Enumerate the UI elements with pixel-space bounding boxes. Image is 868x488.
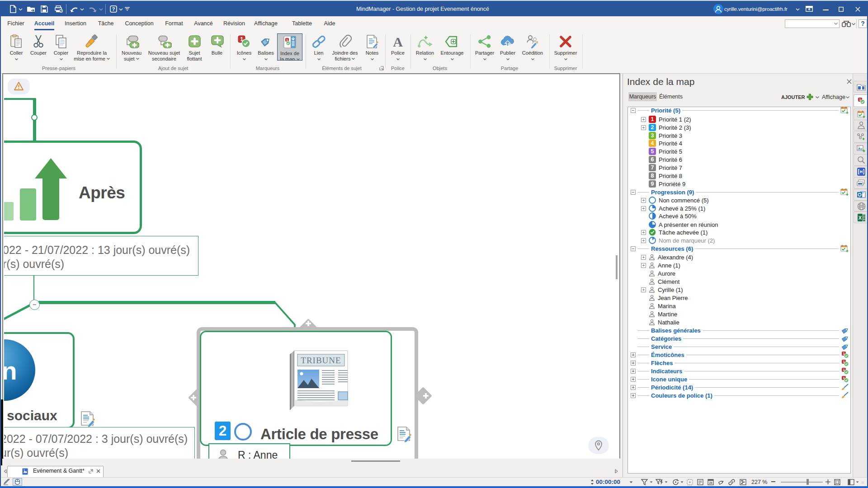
svg-text:1: 1 [286,38,288,42]
svg-text:A: A [393,34,403,49]
svg-text:24: 24 [709,481,712,484]
svg-text:?: ? [112,6,115,12]
svg-text:TRIBUNE: TRIBUNE [301,356,341,365]
svg-text:X: X [858,215,862,221]
